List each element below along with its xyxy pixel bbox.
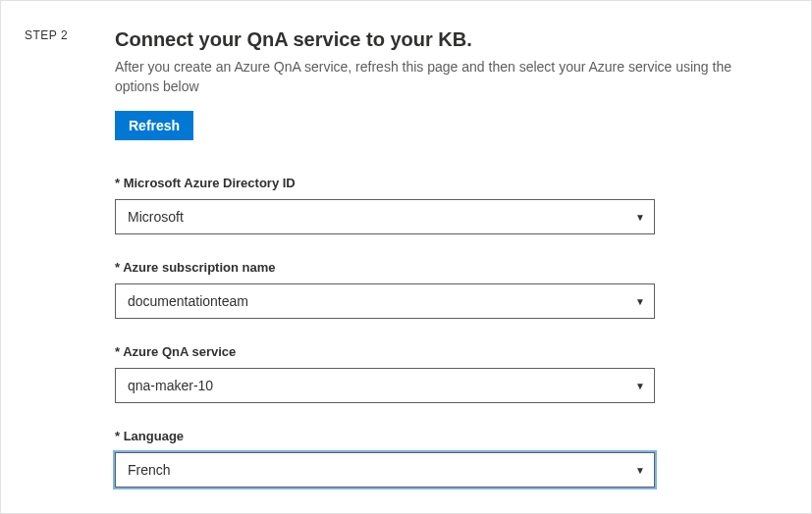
qna-service-label: * Azure QnA service [115,344,768,359]
page-title: Connect your QnA service to your KB. [115,28,768,51]
language-label: * Language [115,429,768,443]
directory-label: * Microsoft Azure Directory ID [115,176,768,190]
subscription-label: * Azure subscription name [115,260,768,275]
qna-service-select[interactable]: qna-maker-10 [115,368,655,403]
step-indicator: STEP 2 [25,28,91,42]
refresh-button[interactable]: Refresh [115,111,193,140]
page-subtitle: After you create an Azure QnA service, r… [115,57,743,97]
subscription-select[interactable]: documentationteam [115,283,655,319]
language-select[interactable]: French [115,452,655,488]
directory-select[interactable]: Microsoft [115,199,655,234]
